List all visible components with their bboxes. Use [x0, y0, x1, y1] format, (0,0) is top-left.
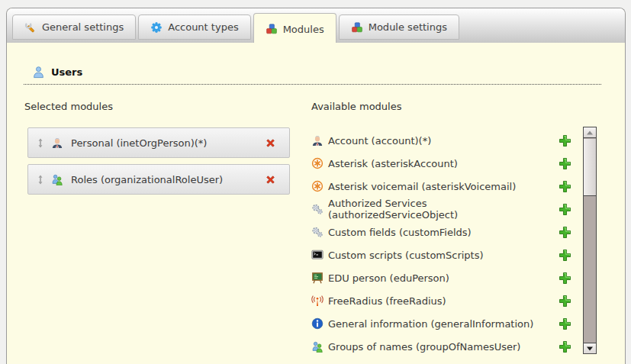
available-module-row: Authorized Services (authorizedServiceOb… — [311, 198, 571, 221]
asterisk-icon — [311, 157, 324, 169]
gears-icon — [311, 203, 324, 215]
tab-general-settings[interactable]: General settings — [12, 14, 136, 40]
antenna-icon — [311, 295, 324, 307]
modules-cubes-icon — [266, 23, 278, 35]
available-module-row: Custom fields (customFields) — [311, 221, 571, 243]
remove-module-button[interactable] — [264, 173, 277, 186]
scroll-down-arrow-icon — [587, 346, 593, 350]
users-section-header: Users — [24, 66, 601, 85]
available-module-row: General information (generalInformation) — [311, 312, 571, 335]
available-module-row: Asterisk voicemail (asteriskVoicemail) — [311, 175, 571, 198]
wrench-icon — [24, 21, 37, 34]
tab-module-settings[interactable]: Module settings — [339, 14, 459, 40]
tab-label: Module settings — [369, 21, 447, 33]
drag-handle-icon[interactable] — [36, 137, 45, 149]
available-module-row: Custom scripts (customScripts) — [311, 243, 571, 266]
available-module-label: Account (account)(*) — [328, 135, 554, 147]
add-module-button[interactable] — [559, 317, 571, 330]
selected-modules-panel: Selected modules Personal (inetOrgPerson… — [24, 101, 293, 201]
modules-tab-content: Users Selected modules Personal (inetOrg… — [7, 43, 625, 364]
tab-label: Account types — [168, 21, 238, 33]
available-modules-list: Account (account)(*)Asterisk (asteriskAc… — [311, 129, 571, 358]
drag-handle-icon[interactable] — [36, 174, 45, 185]
chalkboard-icon — [311, 272, 324, 284]
available-module-label: Authorized Services (authorizedServiceOb… — [328, 198, 554, 221]
available-modules-heading: Available modules — [311, 101, 571, 113]
available-module-label: Asterisk (asteriskAccount) — [328, 158, 554, 169]
section-title: Users — [51, 66, 82, 78]
available-module-label: EDU person (eduPerson) — [328, 272, 554, 284]
businessman-icon — [311, 134, 324, 147]
add-module-button[interactable] — [559, 340, 571, 353]
add-module-button[interactable] — [559, 249, 571, 262]
remove-module-button[interactable] — [264, 137, 277, 150]
terminal-icon — [311, 249, 324, 261]
info-icon — [311, 317, 324, 330]
scrollbar-up-button[interactable] — [584, 127, 596, 138]
tab-label: General settings — [42, 21, 124, 33]
scroll-up-arrow-icon — [587, 130, 593, 134]
scrollbar-down-button[interactable] — [584, 343, 596, 353]
tab-account-types[interactable]: Account types — [138, 14, 250, 40]
add-module-button[interactable] — [559, 180, 571, 193]
available-module-row: Asterisk (asteriskAccount) — [311, 152, 571, 175]
available-modules-scrollbar[interactable] — [583, 127, 597, 354]
available-module-label: Asterisk voicemail (asteriskVoicemail) — [328, 181, 554, 192]
add-module-button[interactable] — [559, 203, 571, 216]
selected-module-row[interactable]: Personal (inetOrgPerson)(*) — [27, 127, 290, 158]
add-module-button[interactable] — [559, 295, 571, 308]
businessman-icon — [51, 137, 63, 149]
user-icon — [32, 66, 45, 79]
available-modules-panel: Available modules Account (account)(*)As… — [311, 101, 571, 358]
tab-modules[interactable]: Modules — [253, 13, 336, 44]
asterisk-icon — [311, 180, 324, 192]
add-module-button[interactable] — [559, 134, 571, 147]
modules-cubes-icon — [351, 21, 363, 34]
available-module-label: General information (generalInformation) — [328, 318, 554, 330]
scrollbar-thumb[interactable] — [584, 139, 596, 196]
tab-bar: General settingsAccount typesModulesModu… — [7, 8, 625, 43]
available-module-row: Groups of names (groupOfNamesUser) — [311, 335, 571, 358]
group-icon — [311, 340, 324, 353]
gears-icon — [311, 226, 324, 238]
selected-module-label: Personal (inetOrgPerson)(*) — [71, 137, 258, 149]
add-module-button[interactable] — [559, 157, 571, 170]
add-module-button[interactable] — [559, 226, 571, 239]
selected-module-row[interactable]: Roles (organizationalRoleUser) — [27, 164, 290, 195]
available-module-label: Custom scripts (customScripts) — [328, 250, 554, 261]
settings-window: General settingsAccount typesModulesModu… — [6, 8, 626, 364]
gear-badge-icon — [150, 21, 163, 34]
available-module-label: FreeRadius (freeRadius) — [328, 295, 554, 307]
tab-label: Modules — [283, 24, 324, 35]
selected-module-label: Roles (organizationalRoleUser) — [71, 174, 258, 185]
available-module-row: Account (account)(*) — [311, 129, 571, 152]
available-module-row: FreeRadius (freeRadius) — [311, 289, 571, 312]
add-module-button[interactable] — [559, 272, 571, 285]
group-icon — [51, 173, 63, 185]
available-module-label: Custom fields (customFields) — [328, 227, 554, 238]
selected-modules-list: Personal (inetOrgPerson)(*)Roles (organi… — [27, 127, 290, 195]
available-module-label: Groups of names (groupOfNamesUser) — [328, 341, 554, 353]
selected-modules-heading: Selected modules — [24, 101, 293, 113]
available-module-row: EDU person (eduPerson) — [311, 266, 571, 289]
